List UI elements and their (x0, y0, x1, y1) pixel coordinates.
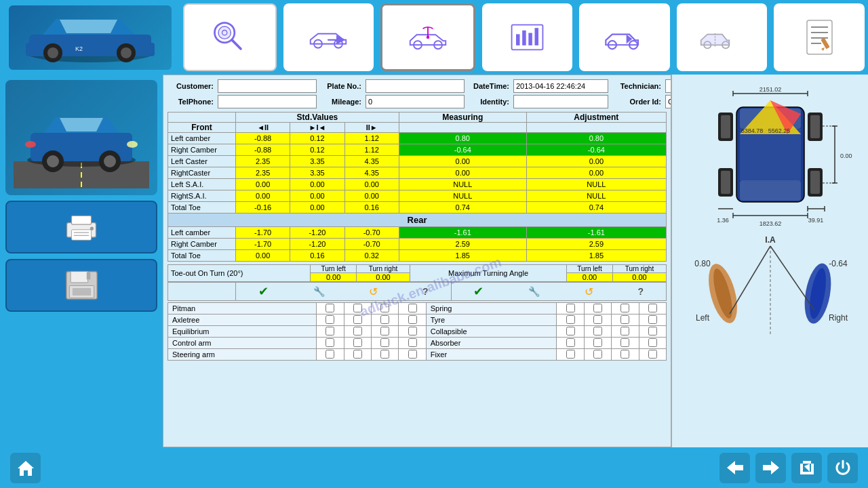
collaps-cb2[interactable] (593, 327, 602, 336)
svg-rect-45 (71, 216, 91, 224)
svg-marker-112 (804, 464, 810, 472)
spring-cb3[interactable] (620, 304, 629, 312)
svg-text:-0.64: -0.64 (829, 259, 848, 268)
plateno-label: Plate No.: (321, 82, 361, 90)
spring-cb1[interactable] (566, 304, 575, 312)
fixer-cb1[interactable] (566, 350, 575, 359)
technician-input[interactable] (665, 79, 671, 93)
absorb-cb3[interactable] (620, 338, 629, 347)
svg-text:Left: Left (695, 313, 709, 323)
table-row: RightCaster 2.35 3.35 4.35 0.00 0.00 (168, 167, 667, 179)
forward-button[interactable] (755, 453, 786, 483)
max-turn-left-label: Turn left (567, 265, 613, 273)
tyre-cb2[interactable] (593, 315, 602, 324)
spring-cb4[interactable] (648, 304, 657, 312)
datetime-input[interactable]: 2013-04-16 22:46:24 (513, 79, 608, 93)
svg-text:I.A: I.A (765, 235, 776, 245)
toe-left-val: 0.00 (311, 273, 357, 282)
table-row: Total Toe -0.16 0.00 0.16 0.74 0.74 (168, 202, 667, 214)
turn-left-label: Turn left (311, 265, 357, 273)
steering-cb3[interactable] (380, 350, 389, 359)
fixer-cb4[interactable] (648, 350, 657, 359)
equil-cb3[interactable] (380, 327, 389, 336)
pitman-cb1[interactable] (326, 304, 334, 312)
svg-rect-22 (535, 28, 539, 45)
table-row: Total Toe 0.00 0.16 0.32 1.85 1.85 (168, 250, 667, 262)
collaps-cb4[interactable] (648, 327, 657, 336)
orderid-input[interactable]: CX20130416224624 (665, 95, 671, 108)
refresh-icon-1: ↺ (369, 285, 378, 298)
svg-rect-54 (72, 288, 90, 296)
axletree-cb2[interactable] (353, 315, 362, 324)
svg-point-4 (47, 47, 58, 58)
nav-measure-btn[interactable] (380, 3, 475, 71)
save-button[interactable] (5, 259, 157, 312)
home-button[interactable] (10, 453, 41, 483)
nav-document-btn[interactable] (774, 3, 865, 71)
telphone-label: TelPhone: (167, 98, 214, 106)
svg-point-43 (25, 141, 36, 148)
svg-text:0.80: 0.80 (694, 259, 711, 268)
steering-cb4[interactable] (408, 350, 417, 359)
wrench-icon-2: 🔧 (528, 286, 540, 297)
svg-rect-58 (740, 180, 801, 201)
svg-rect-108 (803, 461, 811, 464)
max-turn-right-label: Turn right (612, 265, 666, 273)
power-button[interactable] (827, 453, 858, 483)
svg-marker-107 (763, 461, 779, 474)
nav-split-btn[interactable] (677, 3, 768, 71)
exit-button[interactable] (791, 453, 822, 483)
absorb-cb4[interactable] (648, 338, 657, 347)
absorb-cb1[interactable] (566, 338, 575, 347)
back-button[interactable] (719, 453, 750, 483)
check-icon-2: ✔ (473, 284, 484, 299)
collaps-cb3[interactable] (620, 327, 629, 336)
wrench-icon-1: 🔧 (313, 286, 325, 297)
print-button[interactable] (5, 201, 157, 253)
axletree-cb1[interactable] (326, 315, 334, 324)
pitman-cb2[interactable] (353, 304, 362, 312)
nav-report-btn[interactable] (482, 3, 573, 71)
steering-cb2[interactable] (353, 350, 362, 359)
max-left-val: 0.00 (567, 273, 613, 282)
nav-search-btn[interactable] (183, 3, 277, 71)
nav-drive-btn[interactable] (283, 3, 374, 71)
axletree-cb3[interactable] (380, 315, 389, 324)
alignment-table: Std.Values Measuring Adjustment Front ◄I… (167, 112, 667, 262)
svg-text:K2: K2 (75, 45, 83, 52)
svg-rect-52 (86, 272, 90, 279)
question-icon-2: ? (638, 286, 644, 297)
pitman-cb4[interactable] (408, 304, 417, 312)
tyre-cb4[interactable] (648, 315, 657, 324)
identity-input[interactable] (513, 95, 608, 108)
mileage-input[interactable]: 0 (366, 95, 465, 108)
svg-rect-69 (810, 171, 820, 194)
control-cb3[interactable] (380, 338, 389, 347)
control-cb2[interactable] (353, 338, 362, 347)
nav-compare-btn[interactable] (579, 3, 670, 71)
fixer-cb3[interactable] (620, 350, 629, 359)
fixer-cb2[interactable] (593, 350, 602, 359)
equil-cb4[interactable] (408, 327, 417, 336)
table-row: Right Camber -0.88 0.12 1.12 -0.64 -0.64 (168, 144, 667, 156)
spring-cb2[interactable] (593, 304, 602, 312)
absorb-cb2[interactable] (593, 338, 602, 347)
plateno-input[interactable] (366, 79, 465, 93)
control-cb4[interactable] (408, 338, 417, 347)
pitman-cb3[interactable] (380, 304, 389, 312)
control-cb1[interactable] (326, 338, 334, 347)
steering-cb1[interactable] (326, 350, 334, 359)
tyre-cb3[interactable] (620, 315, 629, 324)
table-row: Left camber -1.70 -1.20 -0.70 -1.61 -1.6… (168, 227, 667, 239)
table-row: Left camber -0.88 0.12 1.12 0.80 0.80 (168, 133, 667, 144)
equil-cb1[interactable] (326, 327, 334, 336)
svg-point-47 (90, 227, 94, 230)
tyre-cb1[interactable] (566, 315, 575, 324)
collaps-cb1[interactable] (566, 327, 575, 336)
customer-input[interactable] (218, 79, 317, 93)
telphone-input[interactable] (218, 95, 317, 108)
svg-text:1823.62: 1823.62 (759, 220, 781, 227)
axletree-cb4[interactable] (408, 315, 417, 324)
equil-cb2[interactable] (353, 327, 362, 336)
svg-text:5562.25: 5562.25 (768, 127, 790, 134)
